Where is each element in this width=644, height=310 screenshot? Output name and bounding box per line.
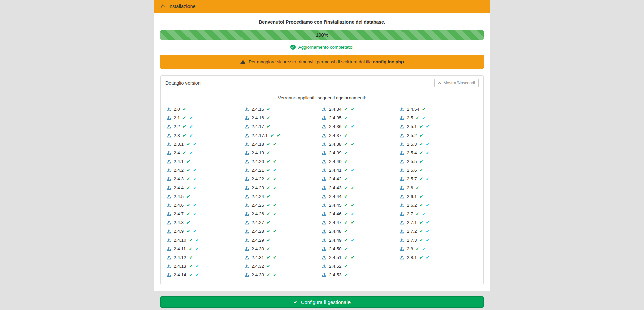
version-item: 2.4.11✔✔ (167, 244, 245, 253)
version-label: 2.4.36 (329, 124, 342, 129)
check-icon: ✔ (189, 255, 193, 260)
version-item: 2.4.29✔ (245, 236, 322, 244)
check-icon: ✔ (273, 203, 277, 207)
check-icon: ✔ (183, 133, 186, 138)
version-item: 2.4.32✔ (245, 262, 322, 270)
check-icon: ✔ (267, 168, 270, 172)
upload-icon (245, 142, 249, 146)
upload-icon (245, 186, 249, 190)
version-item: 2.4.36✔✔ (322, 122, 400, 131)
version-item: 2.4.2✔✔ (167, 166, 245, 174)
version-label: 2.4.51 (329, 255, 342, 260)
check-icon: ✔ (420, 124, 423, 129)
check-icon: ✔ (344, 212, 348, 216)
upload-icon (167, 186, 171, 190)
progress-label: 100% (160, 30, 484, 40)
version-item: 2.4.22✔✔ (245, 174, 322, 183)
toggle-label: Mostra/Nascondi (443, 81, 475, 85)
version-label: 2.7.3 (407, 238, 417, 243)
upload-icon (400, 177, 404, 181)
version-item: 2.5.5✔ (400, 157, 478, 166)
check-icon: ✔ (420, 220, 423, 225)
upload-icon (245, 107, 249, 111)
warning-icon (240, 59, 246, 64)
version-item: 2.4.21✔✔ (245, 166, 322, 174)
progress-bar: 100% (160, 30, 484, 40)
upload-icon (400, 194, 404, 199)
check-icon: ✔ (344, 264, 348, 268)
check-icon: ✔ (426, 124, 429, 129)
welcome-message: Benvenuto! Procediamo con l'installazion… (160, 19, 484, 30)
upload-icon (167, 264, 171, 268)
version-item: 2.4.8✔ (167, 218, 245, 227)
button-check-icon: ✔ (293, 300, 298, 304)
version-item: 2.4.50✔ (322, 244, 400, 253)
version-label: 2.4.44 (329, 194, 342, 199)
check-icon: ✔ (195, 238, 199, 242)
check-icon: ✔ (277, 133, 280, 138)
upload-icon (245, 168, 249, 172)
check-icon: ✔ (193, 186, 197, 190)
version-label: 2.4.25 (252, 203, 264, 208)
check-icon: ✔ (186, 186, 190, 190)
check-icon: ✔ (267, 212, 270, 216)
check-icon: ✔ (186, 212, 190, 216)
version-label: 2.4.4 (174, 185, 184, 190)
card-title: Installazione (168, 4, 196, 9)
check-icon: ✔ (344, 133, 348, 138)
upload-icon (322, 194, 326, 199)
upload-icon (400, 186, 404, 190)
upload-icon (322, 255, 326, 260)
version-item: 2.0✔ (167, 105, 245, 113)
configure-button[interactable]: ✔ Configura il gestionale (160, 296, 484, 308)
version-label: 2.4.3 (174, 176, 184, 182)
version-label: 2.5.1 (407, 124, 417, 129)
check-icon: ✔ (351, 203, 354, 207)
check-icon: ✔ (344, 273, 348, 277)
version-item: 2.2✔✔ (167, 122, 245, 131)
version-label: 2.4.22 (252, 176, 264, 182)
check-icon: ✔ (351, 142, 354, 146)
version-label: 2.4.48 (329, 229, 342, 234)
check-icon: ✔ (183, 124, 186, 129)
check-icon: ✔ (267, 203, 270, 207)
version-item: 2.7.2✔✔ (400, 227, 478, 236)
check-icon: ✔ (183, 116, 186, 120)
check-icon: ✔ (195, 247, 199, 251)
version-item: 2.4.31✔✔ (245, 253, 322, 262)
version-label: 2.4.53 (329, 272, 342, 277)
version-label: 2.6.1 (407, 194, 417, 199)
check-icon: ✔ (267, 238, 270, 242)
version-item: 2.4.44✔ (322, 192, 400, 201)
version-label: 2.4.45 (329, 203, 342, 208)
toggle-versions-button[interactable]: Mostra/Nascondi (434, 79, 479, 87)
version-label: 2.4.47 (329, 220, 342, 225)
version-item: 2.4.15✔ (245, 105, 322, 113)
check-icon: ✔ (344, 229, 348, 234)
version-label: 2.5.6 (407, 168, 417, 173)
check-icon: ✔ (267, 273, 270, 277)
version-item: 2.4.6✔✔ (167, 201, 245, 209)
version-label: 2.7.2 (407, 229, 417, 234)
check-icon: ✔ (267, 107, 270, 111)
version-label: 2.5.5 (407, 159, 417, 164)
version-item: 2.4.13✔✔ (167, 262, 245, 270)
check-icon: ✔ (422, 212, 426, 216)
upload-icon (167, 194, 171, 199)
upload-icon (322, 124, 326, 129)
upload-icon (322, 168, 326, 172)
version-item: 2.4.3✔✔ (167, 174, 245, 183)
version-item: 2.4.25✔✔ (245, 201, 322, 209)
version-item: 2.4.34✔✔ (322, 105, 400, 113)
version-label: 2.8.1 (407, 255, 417, 260)
version-label: 2.4.37 (329, 133, 342, 138)
version-item: 2.5.3✔✔ (400, 140, 478, 148)
version-item: 2.3.1✔✔ (167, 140, 245, 148)
warning-file: config.inc.php (373, 59, 404, 64)
version-item: 2.4.20✔✔ (245, 157, 322, 166)
version-label: 2.4.1 (174, 159, 184, 164)
version-label: 2.4.30 (252, 246, 264, 251)
check-icon: ✔ (344, 116, 348, 120)
version-item: 2.4.17.1✔✔ (245, 131, 322, 140)
upload-icon (400, 229, 404, 234)
